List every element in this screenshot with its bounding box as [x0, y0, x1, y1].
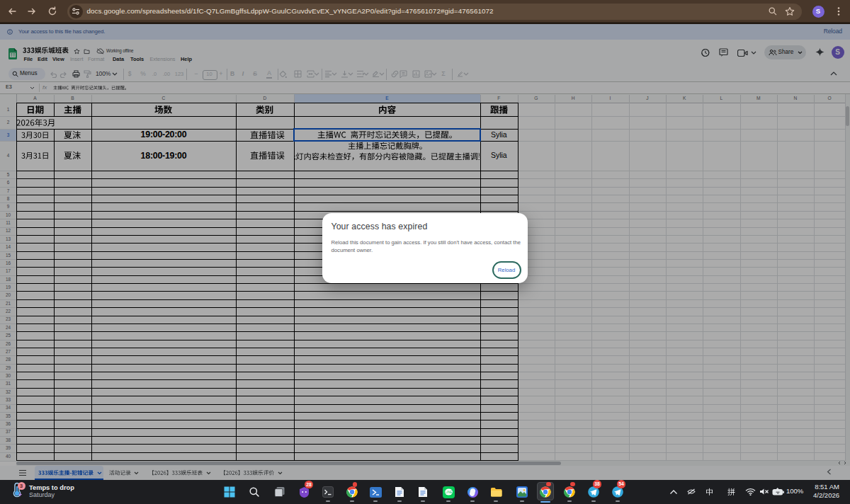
svg-text:LINE: LINE [445, 490, 452, 493]
